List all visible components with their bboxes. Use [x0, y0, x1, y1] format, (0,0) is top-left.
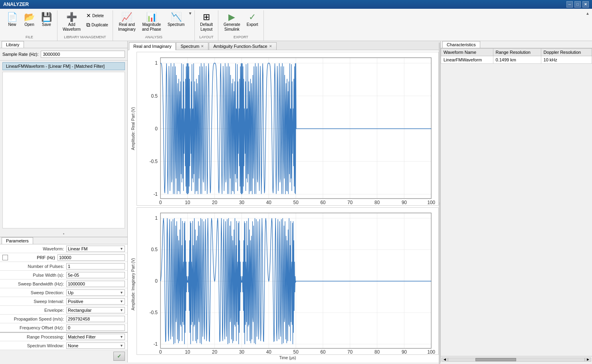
library-tab-label: Library — [6, 42, 20, 47]
spectrum-window-label: Spectrum Window: — [2, 343, 66, 348]
svg-text:20: 20 — [212, 199, 217, 205]
top-chart-wrapper: Amplitude: Real Part (V) — [129, 52, 439, 206]
range-proc-value: Matched Filter — [68, 334, 96, 339]
minimize-btn[interactable]: ─ — [566, 1, 573, 8]
delete-button[interactable]: ✕ Delete — [84, 11, 110, 20]
svg-text:50: 50 — [293, 199, 299, 205]
characteristics-tab-bar: Characteristics — [441, 41, 592, 48]
library-group-label: LIBRARY MANAGEMENT — [64, 34, 106, 40]
ribbon-collapse-btn[interactable]: ▲ — [586, 11, 590, 16]
svg-text:90: 90 — [402, 199, 407, 205]
waveform-select-value: Linear FM — [68, 246, 88, 251]
waveform-select[interactable]: Linear FM ▼ — [66, 246, 125, 252]
scroll-right-btn[interactable]: ▶ — [585, 358, 591, 362]
top-chart-svg: 1 0.5 0 -0.5 -1 0 10 20 30 40 50 60 70 — [137, 52, 439, 206]
svg-text:10: 10 — [185, 349, 190, 355]
resize-handle[interactable]: • — [0, 231, 127, 237]
library-tab[interactable]: Library — [2, 41, 24, 48]
title-bar: ANALYZER ─ □ ✕ — [0, 0, 592, 9]
save-icon: 💾 — [41, 13, 52, 22]
tab-spectrum[interactable]: Spectrum ✕ — [176, 42, 208, 50]
svg-text:30: 30 — [239, 349, 244, 355]
bottom-chart-container: 1 0.5 0 -0.5 -1 0 10 20 30 40 50 60 — [137, 207, 439, 361]
tab-spectrum-close[interactable]: ✕ — [201, 44, 204, 48]
characteristics-tab[interactable]: Characteristics — [442, 41, 480, 48]
bandwidth-input[interactable] — [66, 281, 125, 287]
magnitude-phase-icon: 📊 — [146, 13, 157, 22]
characteristics-tbody: LinearFMWaveform 0.1499 km 10 kHz — [441, 56, 592, 64]
add-waveform-label: AddWaveform — [63, 22, 81, 32]
ribbon-toolbar: 📄 New 📂 Open 💾 Save FILE — [0, 9, 592, 41]
open-label: Open — [24, 22, 34, 27]
col-doppler-resolution: Doppler Resolution — [541, 49, 592, 56]
new-button[interactable]: 📄 New — [4, 11, 20, 29]
magnitude-phase-button[interactable]: 📊 Magnitudeand Phase — [139, 11, 164, 33]
params-content: Waveform: Linear FM ▼ PRF (Hz) Number of… — [0, 244, 127, 350]
add-waveform-button[interactable]: ➕ AddWaveform — [60, 11, 83, 33]
tab-ambiguity[interactable]: Ambiguity Function-Surface ✕ — [209, 42, 276, 50]
freq-offset-input[interactable] — [66, 325, 125, 331]
tab-real-imaginary[interactable]: Real and Imaginary — [129, 42, 176, 50]
characteristics-table: Waveform Name Range Resolution Doppler R… — [441, 48, 592, 64]
left-panel: Library Sample Rate (Hz): LinearFMWavefo… — [0, 41, 128, 362]
bottom-chart-svg: 1 0.5 0 -0.5 -1 0 10 20 30 40 50 60 — [137, 207, 439, 355]
delete-icon: ✕ — [86, 12, 91, 19]
file-group-label: FILE — [26, 34, 33, 40]
magnitude-phase-label: Magnitudeand Phase — [142, 22, 161, 32]
svg-text:1: 1 — [155, 60, 158, 66]
svg-text:-0.5: -0.5 — [150, 309, 158, 315]
params-tab[interactable]: Parameters — [2, 237, 33, 244]
apply-button[interactable]: ✓ — [113, 352, 125, 361]
default-layout-button[interactable]: ⊞ DefaultLayout — [197, 11, 216, 33]
svg-text:40: 40 — [266, 199, 271, 205]
restore-btn[interactable]: □ — [574, 1, 581, 8]
export-button[interactable]: ✓ Export — [244, 11, 261, 29]
scroll-track[interactable] — [448, 358, 585, 362]
waveform-list-item[interactable]: LinearFMWaveform - [Linear FM] - [Matche… — [2, 62, 125, 70]
svg-text:70: 70 — [347, 199, 352, 205]
spectrum-button[interactable]: 📉 Spectrum — [165, 11, 188, 29]
svg-text:30: 30 — [239, 199, 244, 205]
new-split: 📄 New — [4, 11, 20, 29]
new-label: New — [8, 22, 16, 27]
app-title: ANALYZER — [3, 2, 29, 7]
top-chart-container: 1 0.5 0 -0.5 -1 0 10 20 30 40 50 60 70 — [137, 52, 439, 206]
prf-input[interactable] — [57, 254, 125, 261]
close-btn[interactable]: ✕ — [582, 1, 589, 8]
duplicate-button[interactable]: ⧉ Duplicate — [84, 20, 110, 30]
pulse-width-label: Pulse Width (s): — [2, 273, 66, 277]
spectrum-window-select[interactable]: None ▼ — [66, 342, 125, 349]
real-imaginary-button[interactable]: 📈 Real andImaginary — [115, 11, 139, 33]
ribbon-group-layout: ⊞ DefaultLayout LAYOUT — [195, 10, 218, 41]
pulse-width-input[interactable] — [66, 272, 125, 278]
save-button[interactable]: 💾 Save — [38, 11, 55, 29]
generate-simulink-button[interactable]: ▶ GenerateSimulink — [221, 11, 243, 33]
analysis-dropdown[interactable]: ▼ — [188, 11, 192, 16]
svg-text:90: 90 — [402, 349, 407, 355]
tab-ambiguity-close[interactable]: ✕ — [269, 44, 272, 48]
tab-ambiguity-label: Ambiguity Function-Surface — [213, 44, 267, 49]
interval-select[interactable]: Positive ▼ — [66, 298, 125, 305]
add-waveform-icon: ➕ — [66, 13, 77, 22]
resize-dots: ⋮ — [438, 202, 441, 205]
params-tab-bar: Parameters — [0, 237, 127, 244]
prf-checkbox[interactable] — [2, 255, 8, 260]
scroll-thumb[interactable] — [475, 358, 516, 361]
characteristics-table-inner: Waveform Name Range Resolution Doppler R… — [441, 48, 592, 64]
ribbon-right-controls: ▲ — [585, 10, 590, 41]
prop-speed-input[interactable] — [66, 316, 125, 322]
center-right-resize[interactable]: ⋮ — [439, 43, 440, 364]
envelope-select[interactable]: Rectangular ▼ — [66, 307, 125, 313]
param-row-envelope: Envelope: Rectangular ▼ — [0, 306, 127, 315]
interval-label: Sweep Interval: — [2, 299, 66, 304]
direction-select[interactable]: Up ▼ — [66, 289, 125, 296]
scroll-left-btn[interactable]: ◀ — [442, 358, 448, 362]
interval-value: Positive — [68, 299, 83, 304]
range-proc-select[interactable]: Matched Filter ▼ — [66, 334, 125, 340]
sample-rate-input[interactable] — [41, 51, 125, 58]
pulses-input[interactable] — [66, 263, 125, 270]
save-label: Save — [42, 22, 51, 27]
apply-checkmark: ✓ — [117, 353, 121, 359]
open-button[interactable]: 📂 Open — [21, 11, 38, 29]
real-imaginary-label: Real andImaginary — [118, 22, 136, 32]
